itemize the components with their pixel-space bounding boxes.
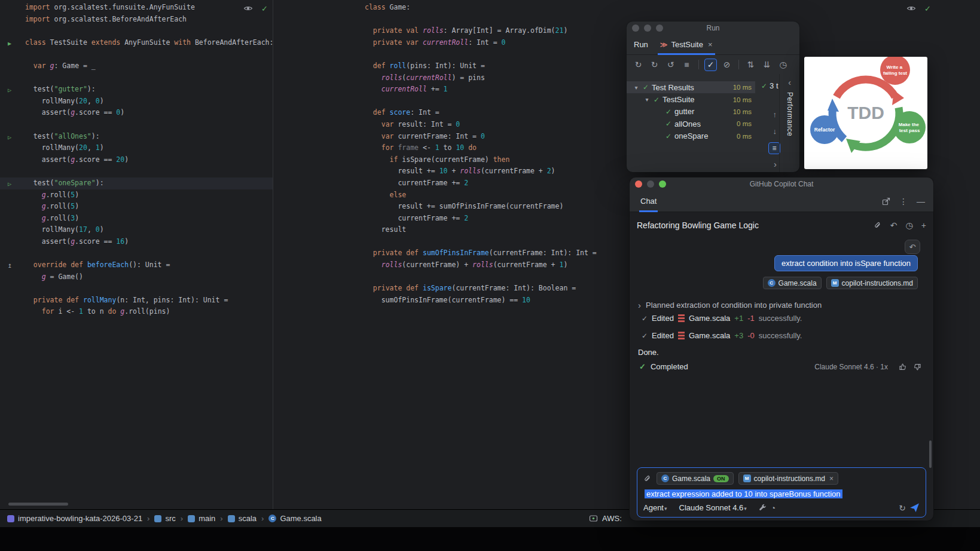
test-tree-row[interactable]: ✓allOnes0 ms: [627, 118, 755, 130]
new-chat-icon[interactable]: +: [921, 221, 926, 230]
zoom-window-icon[interactable]: [656, 25, 663, 32]
code-line[interactable]: class Game:: [273, 2, 980, 14]
undo-button[interactable]: ↶: [905, 240, 920, 254]
tab-run[interactable]: Run: [634, 35, 648, 55]
chevron-down-icon[interactable]: ▾: [631, 84, 641, 91]
undo-edits-icon[interactable]: ↶: [890, 221, 897, 230]
eye-icon[interactable]: [906, 4, 916, 13]
breadcrumb-item[interactable]: CGame.scala: [268, 514, 321, 523]
code-line[interactable]: ↥ override def beforeEach(): Unit =: [0, 259, 273, 271]
tab-chat[interactable]: Chat: [639, 191, 658, 212]
chat-scrollbar[interactable]: [929, 440, 932, 468]
code-line[interactable]: [0, 72, 273, 84]
code-line[interactable]: [0, 119, 273, 131]
code-line[interactable]: [0, 25, 273, 37]
code-line[interactable]: import org.scalatest.BeforeAndAfterEach: [0, 14, 273, 26]
code-line[interactable]: assert(g.score == 20): [0, 154, 273, 166]
run-test-gutter-icon[interactable]: ▷: [4, 84, 15, 96]
code-line[interactable]: [0, 166, 273, 177]
input-text-row[interactable]: extract expression added to 10 into spar…: [645, 489, 918, 498]
minimize-window-icon[interactable]: [647, 180, 654, 188]
code-line[interactable]: [0, 283, 273, 295]
zoom-window-icon[interactable]: [659, 180, 666, 188]
aws-status-label[interactable]: AWS:: [602, 514, 622, 523]
context-chip[interactable]: Mcopilot-instructions.md×: [738, 472, 838, 485]
code-line[interactable]: assert(g.score == 16): [0, 236, 273, 248]
stop-icon[interactable]: ■: [680, 59, 693, 71]
inspections-passed-icon[interactable]: ✓: [261, 4, 268, 13]
code-line[interactable]: ▷ test("allOnes"):: [0, 131, 273, 143]
more-options-icon[interactable]: ⋮: [899, 197, 908, 206]
breadcrumb-item[interactable]: src: [154, 514, 175, 523]
rerun-icon[interactable]: ↻: [632, 59, 645, 71]
thumbs-up-icon[interactable]: [899, 363, 907, 371]
run-test-gutter-icon[interactable]: ▷: [4, 131, 15, 143]
code-line[interactable]: rollMany(20, 1): [0, 142, 273, 154]
expand-panel-icon[interactable]: ›: [774, 159, 777, 169]
context-chip[interactable]: CGame.scalaON: [657, 472, 734, 485]
code-line[interactable]: ▶class TestSuite extends AnyFunSuite wit…: [0, 37, 273, 49]
expand-all-icon[interactable]: ⇊: [761, 59, 773, 71]
context-chip[interactable]: CGame.scala: [763, 277, 822, 289]
code-line[interactable]: var g: Game = _: [0, 60, 273, 72]
inspections-passed-icon[interactable]: ✓: [924, 4, 931, 13]
chat-window-titlebar[interactable]: GitHub Copilot Chat: [630, 177, 933, 191]
chat-input-box[interactable]: CGame.scalaONMcopilot-instructions.md× e…: [637, 467, 926, 518]
code-line[interactable]: [273, 14, 980, 26]
code-line[interactable]: g.roll(5): [0, 201, 273, 213]
usage-icon[interactable]: ◔: [771, 503, 776, 513]
run-window-titlebar[interactable]: Run: [627, 22, 799, 35]
code-line[interactable]: [0, 247, 273, 259]
code-line[interactable]: g.roll(3): [0, 213, 273, 225]
code-line[interactable]: ▷ test("gutter"):: [0, 84, 273, 96]
horizontal-scrollbar[interactable]: [8, 503, 68, 506]
code-line[interactable]: rollMany(17, 0): [0, 224, 273, 236]
model-dropdown[interactable]: Claude Sonnet 4.6▾: [679, 503, 747, 512]
code-line[interactable]: g.roll(5): [0, 189, 273, 201]
override-gutter-icon[interactable]: ↥: [4, 260, 15, 272]
attach-icon[interactable]: [874, 221, 882, 229]
close-window-icon[interactable]: [635, 180, 642, 188]
code-line[interactable]: private def rollMany(n: Int, pins: Int):…: [0, 295, 273, 307]
show-ignored-icon[interactable]: ⊘: [721, 59, 733, 71]
toggle-auto-test-icon[interactable]: ↺: [664, 59, 677, 71]
breadcrumb-item[interactable]: imperative-bowling-kata-2026-03-21: [7, 514, 142, 523]
test-tree-row[interactable]: ✓gutter10 ms: [627, 106, 755, 118]
test-history-icon[interactable]: ◷: [777, 59, 789, 71]
chevron-down-icon[interactable]: ▾: [642, 96, 652, 103]
code-line[interactable]: ▷ test("oneSpare"):: [0, 177, 273, 189]
send-icon[interactable]: [909, 503, 920, 513]
tools-icon[interactable]: [759, 504, 767, 512]
tab-testsuite[interactable]: ≫ TestSuite ×: [658, 35, 715, 55]
thumbs-down-icon[interactable]: [913, 363, 921, 371]
hide-panel-icon[interactable]: —: [917, 197, 925, 206]
attach-file-icon[interactable]: [643, 475, 652, 483]
run-class-gutter-icon[interactable]: ▶: [4, 38, 15, 50]
code-line[interactable]: for i <- 1 to n do g.roll(pins): [0, 306, 273, 318]
chat-history-icon[interactable]: ◷: [906, 221, 913, 230]
code-line[interactable]: g = Game(): [0, 271, 273, 283]
open-in-editor-icon[interactable]: [882, 197, 890, 206]
minimize-window-icon[interactable]: [644, 25, 651, 32]
test-tree-row[interactable]: ▾✓Test Results10 ms: [627, 81, 755, 93]
filter-tests-icon[interactable]: ≡: [768, 142, 780, 154]
show-passed-icon[interactable]: ✓: [704, 59, 717, 71]
mode-dropdown[interactable]: Agent▾: [643, 503, 667, 512]
code-line[interactable]: assert(g.score == 0): [0, 107, 273, 119]
run-test-gutter-icon[interactable]: ▷: [4, 178, 15, 190]
context-chip[interactable]: Mcopilot-instructions.md: [826, 277, 918, 289]
eye-icon[interactable]: [243, 4, 253, 13]
close-window-icon[interactable]: [632, 25, 639, 32]
next-test-icon[interactable]: ↓: [773, 127, 777, 136]
collapse-icon[interactable]: ‹: [788, 78, 791, 87]
aws-icon[interactable]: [589, 514, 598, 523]
previous-test-icon[interactable]: ↑: [773, 110, 777, 119]
regenerate-icon[interactable]: ↻: [899, 503, 906, 513]
rerun-failed-icon[interactable]: ↻: [648, 59, 661, 71]
breadcrumb-item[interactable]: scala: [228, 514, 257, 523]
remove-chip-icon[interactable]: ×: [829, 475, 834, 483]
close-tab-icon[interactable]: ×: [708, 40, 713, 49]
edited-file-name[interactable]: Game.scala: [689, 314, 730, 323]
test-tree-row[interactable]: ▾✓TestSuite10 ms: [627, 93, 755, 105]
user-message-bubble[interactable]: extract condition into isSpare function: [774, 255, 918, 271]
